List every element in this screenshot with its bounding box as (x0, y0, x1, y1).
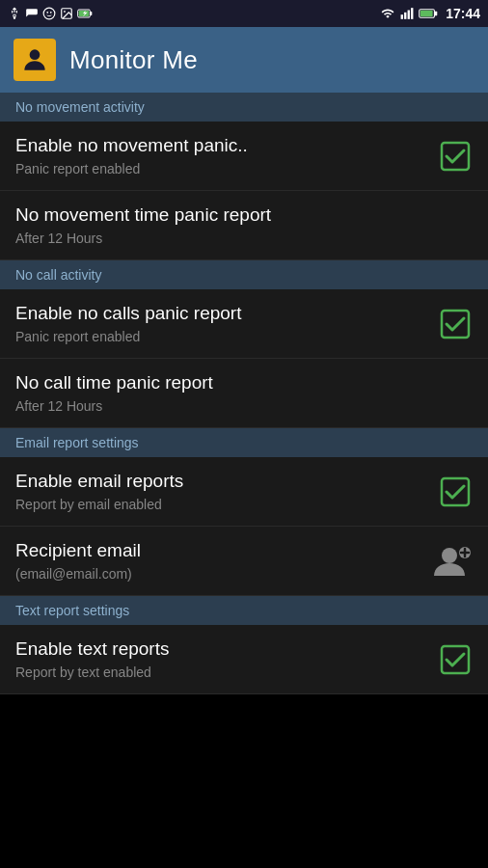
checkmark-icon (440, 309, 471, 339)
list-item-no-movement-time[interactable]: No movement time panic reportAfter 12 Ho… (0, 191, 488, 260)
app-title: Monitor Me (69, 45, 198, 75)
svg-point-1 (43, 8, 55, 19)
status-time: 17:44 (446, 6, 480, 21)
section-header-text-report-settings: Text report settings (0, 596, 488, 625)
svg-point-16 (30, 49, 41, 60)
list-item-enable-text-reports[interactable]: Enable text reportsReport by text enable… (0, 625, 488, 694)
checkbox-enable-text-reports[interactable] (438, 642, 473, 677)
battery-charging-icon (77, 7, 93, 20)
section-header-no-movement-activity: No movement activity (0, 93, 488, 122)
status-bar-right-icons: 17:44 (380, 6, 480, 21)
list-item-title-enable-text-reports: Enable text reports (15, 638, 438, 661)
section-header-email-report-settings: Email report settings (0, 428, 488, 457)
svg-point-5 (64, 11, 66, 13)
add-contact-icon-recipient-email[interactable] (430, 540, 473, 583)
checkbox-enable-no-movement-panic[interactable] (438, 139, 473, 174)
wifi-icon (380, 7, 395, 20)
svg-rect-7 (90, 12, 92, 15)
svg-rect-12 (411, 8, 413, 19)
status-bar: 17:44 (0, 0, 488, 27)
image-icon (60, 7, 73, 20)
list-item-enable-no-calls-panic[interactable]: Enable no calls panic reportPanic report… (0, 289, 488, 359)
svg-rect-11 (408, 11, 410, 19)
list-item-enable-no-movement-panic[interactable]: Enable no movement panic..Panic report e… (0, 122, 488, 191)
list-item-subtitle-recipient-email: (email@email.com) (15, 566, 430, 582)
list-item-title-no-call-time: No call time panic report (15, 372, 473, 394)
list-item-subtitle-enable-no-movement-panic: Panic report enabled (15, 161, 438, 176)
battery-icon (419, 7, 438, 20)
list-item-no-call-time[interactable]: No call time panic reportAfter 12 Hours (0, 359, 488, 428)
list-item-title-no-movement-time: No movement time panic report (15, 204, 473, 227)
svg-point-20 (442, 548, 457, 563)
list-item-title-enable-email-reports: Enable email reports (15, 471, 438, 493)
person-icon (19, 44, 50, 75)
sms-icon (25, 7, 39, 20)
list-item-subtitle-enable-email-reports: Report by email enabled (15, 497, 438, 512)
svg-point-3 (50, 12, 52, 14)
signal-icon (399, 7, 415, 20)
list-item-text-no-movement-time: No movement time panic reportAfter 12 Ho… (15, 204, 473, 246)
list-item-text-no-call-time: No call time panic reportAfter 12 Hours (15, 372, 473, 414)
checkbox-enable-no-calls-panic[interactable] (438, 307, 473, 341)
list-item-title-enable-no-movement-panic: Enable no movement panic.. (15, 135, 438, 157)
list-item-subtitle-enable-no-calls-panic: Panic report enabled (15, 329, 438, 344)
svg-rect-9 (401, 14, 403, 19)
app-bar: Monitor Me (0, 27, 488, 93)
usb-icon (8, 7, 21, 20)
list-item-subtitle-no-call-time: After 12 Hours (15, 398, 473, 414)
svg-point-2 (46, 12, 48, 14)
checkmark-icon (440, 476, 471, 507)
status-bar-left-icons (8, 7, 93, 20)
face-icon (42, 7, 56, 20)
list-item-text-enable-text-reports: Enable text reportsReport by text enable… (15, 638, 438, 680)
list-item-title-recipient-email: Recipient email (15, 540, 430, 562)
settings-list: No movement activityEnable no movement p… (0, 93, 488, 694)
list-item-subtitle-no-movement-time: After 12 Hours (15, 231, 473, 246)
checkmark-icon (440, 141, 471, 172)
svg-rect-10 (404, 13, 406, 19)
app-icon (14, 39, 56, 81)
list-item-subtitle-enable-text-reports: Report by text enabled (15, 665, 438, 680)
list-item-enable-email-reports[interactable]: Enable email reportsReport by email enab… (0, 457, 488, 527)
list-item-text-enable-email-reports: Enable email reportsReport by email enab… (15, 471, 438, 512)
add-person-icon (432, 543, 471, 580)
svg-rect-15 (420, 11, 433, 16)
list-item-text-enable-no-movement-panic: Enable no movement panic..Panic report e… (15, 135, 438, 176)
svg-rect-14 (435, 12, 438, 15)
list-item-recipient-email[interactable]: Recipient email(email@email.com) (0, 527, 488, 596)
list-item-text-recipient-email: Recipient email(email@email.com) (15, 540, 430, 582)
checkbox-enable-email-reports[interactable] (438, 475, 473, 509)
checkmark-icon (440, 644, 471, 675)
list-item-text-enable-no-calls-panic: Enable no calls panic reportPanic report… (15, 303, 438, 344)
section-header-no-call-activity: No call activity (0, 260, 488, 289)
list-item-title-enable-no-calls-panic: Enable no calls panic report (15, 303, 438, 325)
